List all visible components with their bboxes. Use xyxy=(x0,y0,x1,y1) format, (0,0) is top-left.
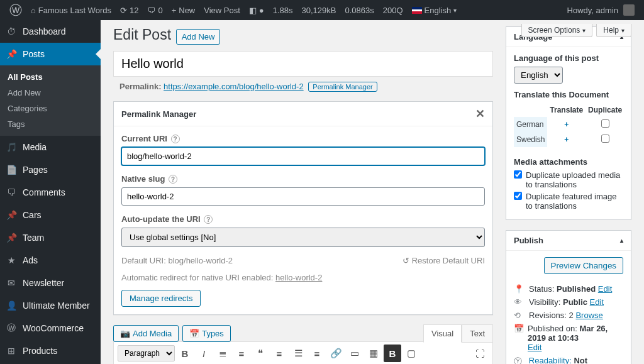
admin-sidebar: ⏱Dashboard 📌Posts All Posts Add New Cate… xyxy=(0,20,101,364)
language-switcher[interactable]: English▾ xyxy=(408,0,462,20)
menu-cars[interactable]: 📌Cars xyxy=(0,204,101,226)
browse-revisions-link[interactable]: Browse xyxy=(575,311,602,320)
publish-header[interactable]: Publish ▴ xyxy=(506,231,631,251)
media-attach-label: Media attachments xyxy=(514,157,623,167)
help-icon[interactable]: ? xyxy=(204,215,213,224)
th-duplicate: Duplicate xyxy=(586,103,625,117)
submenu-add-new[interactable]: Add New xyxy=(0,85,101,101)
my-account[interactable]: Howdy, admin xyxy=(563,0,639,20)
add-new-button[interactable]: Add New xyxy=(176,29,221,45)
bullet-list-button[interactable]: ≣ xyxy=(214,345,231,362)
dup-media-checkbox[interactable] xyxy=(514,170,522,179)
language-select[interactable]: English xyxy=(514,67,563,84)
menu-dashboard[interactable]: ⏱Dashboard xyxy=(0,20,101,43)
menu-label: Media xyxy=(23,142,47,152)
redirect-link[interactable]: hello-world-2 xyxy=(275,273,322,282)
new-content[interactable]: +New xyxy=(167,0,200,20)
permalink-url[interactable]: https://example.com/blog/hello-world-2 xyxy=(164,82,304,91)
submenu-tags[interactable]: Tags xyxy=(0,116,101,132)
revisions-value: 2 xyxy=(569,311,574,320)
menu-comments[interactable]: 🗨Comments xyxy=(0,181,101,204)
help-icon[interactable]: ? xyxy=(171,135,180,143)
help-button[interactable]: Help▾ xyxy=(596,24,631,37)
numbered-list-button[interactable]: ≡ xyxy=(233,345,250,362)
shortcode-button[interactable]: ▢ xyxy=(402,345,420,362)
manage-redirects-button[interactable]: Manage redirects xyxy=(121,290,201,307)
help-label: Help xyxy=(603,26,619,35)
italic-button[interactable]: I xyxy=(195,345,213,362)
edit-status-link[interactable]: Edit xyxy=(598,284,612,294)
add-media-button[interactable]: 📷Add Media xyxy=(113,325,179,342)
dup-featured-checkbox[interactable] xyxy=(514,192,522,200)
visual-editor: Paragraph B I ≣ ≡ ❝ ≡ ☰ ≡ 🔗 ▭ ▦ B ▢ ⛶ xyxy=(113,341,493,364)
debug-indicator[interactable]: ◧● xyxy=(245,0,269,20)
menu-woocommerce[interactable]: ⓌWooCommerce xyxy=(0,317,101,339)
fullscreen-button[interactable]: ⛶ xyxy=(471,345,489,362)
menu-pages[interactable]: 📄Pages xyxy=(0,158,101,181)
menu-team[interactable]: 📌Team xyxy=(0,226,101,249)
site-title-text: Famous Last Words xyxy=(38,6,111,15)
edit-date-link[interactable]: Edit xyxy=(528,343,541,352)
bold-alt-button[interactable]: B xyxy=(384,345,401,362)
edit-visibility-link[interactable]: Edit xyxy=(590,297,604,307)
restore-default-uri[interactable]: ↺ Restore Default URI xyxy=(402,256,485,265)
duplicate-swedish-checkbox[interactable] xyxy=(601,135,609,143)
editor-buttons: 📷Add Media 📅Types VisualText xyxy=(113,325,493,342)
visibility-label: Visibility: xyxy=(529,297,560,307)
link-button[interactable]: 🔗 xyxy=(327,345,345,362)
screen-options-button[interactable]: Screen Options▾ xyxy=(521,24,593,37)
align-left-button[interactable]: ≡ xyxy=(270,345,288,362)
auto-update-select[interactable]: Use global settings [No] xyxy=(121,228,485,247)
more-button[interactable]: ▭ xyxy=(346,345,364,362)
pin-icon: 📌 xyxy=(5,231,18,244)
toolbar-toggle-button[interactable]: ▦ xyxy=(365,345,382,362)
translate-swedish-button[interactable]: + xyxy=(547,132,586,147)
native-slug-input[interactable] xyxy=(121,187,485,206)
tab-visual[interactable]: Visual xyxy=(423,324,462,343)
format-select[interactable]: Paragraph xyxy=(118,345,175,361)
permalink-manager-pill[interactable]: Permalink Manager xyxy=(308,82,377,92)
published-label: Published on: xyxy=(528,324,577,333)
wp-logo[interactable]: ⓦ xyxy=(5,0,26,20)
menu-ads[interactable]: ★Ads xyxy=(0,249,101,272)
auto-update-label: Auto-update the URI ? xyxy=(121,214,485,224)
help-icon[interactable]: ? xyxy=(169,175,177,184)
menu-media[interactable]: 🎵Media xyxy=(0,136,101,158)
debug-dot: ● xyxy=(259,6,264,15)
menu-products[interactable]: ⊞Products xyxy=(0,339,101,362)
tab-text[interactable]: Text xyxy=(462,324,493,343)
types-button[interactable]: 📅Types xyxy=(182,325,231,342)
post-title-input[interactable] xyxy=(113,51,493,77)
blockquote-button[interactable]: ❝ xyxy=(252,345,269,362)
lang-german: German xyxy=(514,117,547,132)
close-icon[interactable]: ✕ xyxy=(475,107,485,121)
submenu-categories[interactable]: Categories xyxy=(0,101,101,116)
calendar-icon: 📅 xyxy=(514,324,524,333)
duplicate-german-checkbox[interactable] xyxy=(601,119,609,128)
key-icon: 📍 xyxy=(514,284,525,294)
current-uri-input[interactable] xyxy=(121,147,485,165)
chevron-down-icon: ▾ xyxy=(582,27,586,34)
menu-newsletter[interactable]: ✉Newsletter xyxy=(0,272,101,294)
menu-ultimate-member[interactable]: 👤Ultimate Member xyxy=(0,294,101,317)
updates[interactable]: ⟳12 xyxy=(116,0,143,20)
revisions-icon: ⟲ xyxy=(514,311,525,320)
readability-label[interactable]: Readability: xyxy=(529,356,572,364)
menu-posts[interactable]: 📌Posts xyxy=(0,43,101,65)
submenu-all-posts[interactable]: All Posts xyxy=(0,69,101,85)
language-label: English xyxy=(425,6,452,15)
update-icon: ⟳ xyxy=(120,6,127,15)
preview-changes-button[interactable]: Preview Changes xyxy=(544,257,623,274)
permalink-label: Permalink: xyxy=(119,82,161,91)
align-right-button[interactable]: ≡ xyxy=(308,345,326,362)
align-center-button[interactable]: ☰ xyxy=(289,345,307,362)
site-title[interactable]: ⌂Famous Last Words xyxy=(26,0,116,20)
view-post[interactable]: View Post xyxy=(199,0,245,20)
view-post-label: View Post xyxy=(204,6,240,15)
bold-button[interactable]: B xyxy=(176,345,194,362)
dup-featured-label: Duplicate featured image to translations xyxy=(526,192,623,211)
load-time: 1.88s xyxy=(269,0,297,20)
screen-options-label: Screen Options xyxy=(528,26,580,35)
translate-german-button[interactable]: + xyxy=(547,117,586,132)
comments-bubble[interactable]: 🗨0 xyxy=(143,0,167,20)
